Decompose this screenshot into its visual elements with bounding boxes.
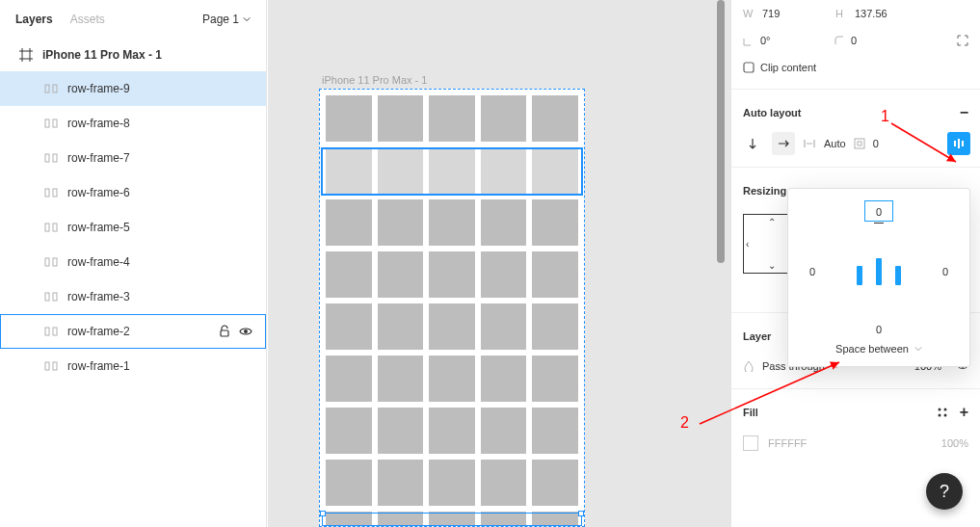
unlock-icon[interactable]	[218, 325, 231, 338]
canvas-grid-cell[interactable]	[481, 95, 527, 142]
direction-vertical-button[interactable]	[741, 132, 764, 155]
layer-row[interactable]: row-frame-7	[0, 141, 266, 175]
canvas-grid-cell[interactable]	[429, 303, 475, 350]
layer-row[interactable]: row-frame-8	[0, 106, 266, 141]
tab-assets[interactable]: Assets	[70, 13, 105, 26]
canvas-grid-cell[interactable]	[378, 199, 424, 246]
canvas-grid-row[interactable]	[326, 199, 578, 246]
canvas-grid-cell[interactable]	[429, 95, 475, 142]
canvas-grid-cell[interactable]	[481, 199, 527, 246]
canvas-grid-row[interactable]	[326, 303, 578, 350]
canvas-frame[interactable]	[319, 89, 585, 527]
alignment-preview-icon[interactable]	[857, 258, 901, 285]
spacing-mode-select[interactable]: Space between	[796, 343, 962, 355]
padding-right-input[interactable]: 0	[942, 266, 948, 277]
canvas-grid-cell[interactable]	[326, 408, 372, 454]
canvas-grid-cell[interactable]	[532, 408, 578, 454]
canvas-grid-cell[interactable]	[429, 147, 475, 194]
remove-autolayout-button[interactable]: −	[960, 104, 968, 121]
layer-row[interactable]: row-frame-1	[0, 349, 266, 383]
canvas-grid-cell[interactable]	[326, 199, 372, 246]
canvas-grid-cell[interactable]	[429, 199, 475, 246]
canvas-grid-cell[interactable]	[326, 147, 372, 194]
tab-layers[interactable]: Layers	[15, 13, 53, 26]
layer-row[interactable]: row-frame-6	[0, 175, 266, 210]
canvas-grid-cell[interactable]	[532, 356, 578, 402]
canvas[interactable]: iPhone 11 Pro Max - 1	[268, 0, 730, 527]
canvas-grid-cell[interactable]	[378, 251, 424, 298]
svg-rect-0	[45, 85, 49, 92]
canvas-grid-cell[interactable]	[378, 147, 424, 194]
canvas-grid-cell[interactable]	[481, 408, 527, 454]
canvas-grid-cell[interactable]	[378, 408, 424, 454]
canvas-grid-cell[interactable]	[532, 303, 578, 350]
styles-icon[interactable]	[937, 407, 948, 418]
canvas-grid-cell[interactable]	[429, 460, 475, 506]
layer-row[interactable]: row-frame-4	[0, 245, 266, 279]
canvas-grid-row[interactable]	[326, 512, 578, 527]
canvas-grid-cell[interactable]	[481, 460, 527, 506]
canvas-grid-cell[interactable]	[378, 95, 424, 142]
canvas-frame-label[interactable]: iPhone 11 Pro Max - 1	[322, 74, 427, 86]
help-button[interactable]: ?	[926, 473, 963, 510]
canvas-grid-cell[interactable]	[326, 356, 372, 402]
canvas-grid-cell[interactable]	[481, 512, 527, 527]
canvas-grid-cell[interactable]	[326, 512, 372, 527]
spacing-input[interactable]: Auto	[824, 138, 846, 149]
canvas-grid-cell[interactable]	[326, 251, 372, 298]
canvas-grid-cell[interactable]	[429, 512, 475, 527]
clip-row[interactable]: Clip content	[731, 54, 980, 81]
canvas-grid-row[interactable]	[326, 147, 578, 194]
independent-corners-icon[interactable]	[957, 35, 968, 46]
canvas-grid-row[interactable]	[326, 95, 578, 142]
height-input[interactable]: 137.56	[855, 8, 922, 19]
fill-opacity-input[interactable]: 100%	[941, 437, 968, 449]
layer-section-title: Layer	[743, 330, 771, 342]
canvas-grid-row[interactable]	[326, 251, 578, 298]
canvas-grid-cell[interactable]	[429, 408, 475, 454]
padding-top-input[interactable]: 0	[864, 200, 893, 222]
checkbox-empty-icon[interactable]	[743, 62, 755, 73]
canvas-grid-cell[interactable]	[429, 356, 475, 402]
radius-input[interactable]: 0	[851, 35, 918, 46]
canvas-grid-cell[interactable]	[481, 356, 527, 402]
canvas-grid-cell[interactable]	[378, 356, 424, 402]
canvas-grid-cell[interactable]	[326, 303, 372, 350]
layer-row[interactable]: row-frame-2	[0, 314, 266, 349]
rotation-input[interactable]: 0°	[760, 35, 828, 46]
canvas-grid-row[interactable]	[326, 460, 578, 506]
direction-horizontal-button[interactable]	[772, 132, 795, 155]
layer-row[interactable]: row-frame-5	[0, 210, 266, 245]
add-fill-button[interactable]: +	[960, 404, 968, 421]
padding-left-input[interactable]: 0	[809, 266, 815, 277]
layer-row[interactable]: row-frame-9	[0, 71, 266, 106]
canvas-grid-cell[interactable]	[326, 95, 372, 142]
canvas-grid-cell[interactable]	[532, 251, 578, 298]
fill-hex-input[interactable]: FFFFFF	[768, 437, 807, 449]
layer-row[interactable]: row-frame-3	[0, 279, 266, 314]
page-selector[interactable]: Page 1	[202, 13, 251, 26]
canvas-grid-cell[interactable]	[326, 460, 372, 506]
padding-bottom-input[interactable]: 0	[876, 324, 882, 335]
layer-frame-root[interactable]: iPhone 11 Pro Max - 1	[0, 39, 266, 71]
canvas-grid-cell[interactable]	[532, 95, 578, 142]
canvas-grid-cell[interactable]	[481, 251, 527, 298]
width-input[interactable]: 719	[762, 8, 830, 19]
fill-swatch[interactable]	[743, 435, 758, 451]
eye-icon[interactable]	[239, 325, 252, 338]
padding-input[interactable]: 0	[873, 138, 879, 149]
panel-scrollbar[interactable]	[717, 0, 725, 263]
canvas-grid-cell[interactable]	[481, 303, 527, 350]
canvas-grid-row[interactable]	[326, 356, 578, 402]
canvas-grid-cell[interactable]	[532, 199, 578, 246]
canvas-grid-cell[interactable]	[378, 303, 424, 350]
canvas-grid-cell[interactable]	[429, 251, 475, 298]
canvas-grid-cell[interactable]	[532, 460, 578, 506]
canvas-grid-cell[interactable]	[378, 512, 424, 527]
canvas-grid-cell[interactable]	[532, 512, 578, 527]
canvas-grid-cell[interactable]	[481, 147, 527, 194]
canvas-grid-cell[interactable]	[378, 460, 424, 506]
alignment-padding-button[interactable]	[947, 132, 970, 155]
canvas-grid-cell[interactable]	[532, 147, 578, 194]
canvas-grid-row[interactable]	[326, 408, 578, 454]
